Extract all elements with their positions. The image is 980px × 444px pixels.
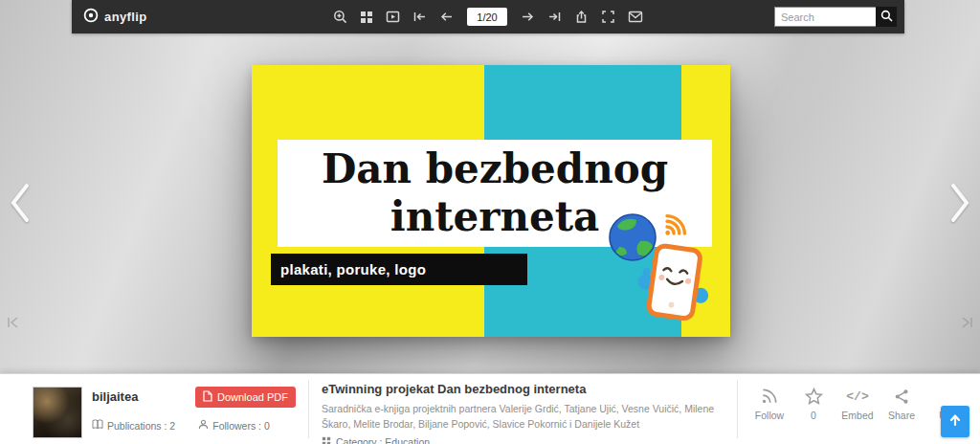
book-title-line2: interneta: [390, 193, 600, 241]
person-icon: [198, 419, 209, 432]
email-icon: [628, 11, 643, 23]
rss-icon: [760, 385, 779, 408]
email-button[interactable]: [625, 8, 646, 26]
zoom-in-button[interactable]: [330, 7, 350, 27]
cover-subtitle-bar: plakati, poruke, logo: [271, 254, 527, 285]
author-stats: Publications : 2 Followers : 0: [92, 419, 270, 432]
star-icon: [804, 385, 824, 408]
embed-icon: </>: [846, 385, 868, 408]
share-export-icon: [574, 10, 589, 24]
first-page-button[interactable]: [410, 7, 430, 27]
embed-button[interactable]: </> Embed: [837, 385, 878, 421]
search-box: [774, 7, 897, 27]
author-name[interactable]: biljaitea: [92, 389, 138, 404]
action-buttons: Follow 0 </> Embed Share Up: [749, 385, 966, 421]
pdf-file-icon: [203, 390, 212, 404]
divider: [308, 380, 309, 438]
anyflip-logo-icon: [83, 8, 99, 27]
up-arrow-icon: [948, 413, 962, 430]
followers-label: Followers : 0: [212, 420, 270, 432]
followers-stat[interactable]: Followers : 0: [198, 419, 270, 432]
back-to-top-button[interactable]: [941, 406, 969, 437]
like-count: 0: [811, 410, 816, 421]
publication-category: Category : Education: [322, 436, 729, 444]
category-label: Category : Education: [336, 436, 430, 444]
thumbnails-button[interactable]: [357, 8, 376, 27]
divider: [737, 380, 738, 438]
book-icon: [92, 419, 103, 432]
follow-label: Follow: [755, 410, 784, 421]
cover-subtitle: plakati, poruke, logo: [280, 261, 426, 278]
last-page-button[interactable]: [545, 7, 565, 27]
last-page-icon: [547, 10, 562, 24]
next-page-icon: [521, 10, 535, 24]
anyflip-viewer: anyflip: [0, 0, 980, 444]
toolbar: anyflip: [72, 0, 904, 33]
viewer-stage: anyflip: [0, 0, 980, 373]
logo-text: anyflip: [104, 10, 147, 24]
first-page-icon: [412, 10, 427, 24]
previous-page-button[interactable]: [436, 7, 457, 27]
book-cover[interactable]: Dan bezbednog interneta plakati, poruke,…: [252, 65, 730, 337]
next-page-button[interactable]: [518, 7, 538, 27]
share-label: Share: [888, 410, 915, 421]
like-button[interactable]: 0: [793, 385, 834, 421]
publications-stat[interactable]: Publications : 2: [92, 419, 175, 432]
first-page-corner-icon[interactable]: [5, 314, 22, 331]
author-avatar[interactable]: [33, 387, 82, 438]
share-icon: [893, 385, 911, 408]
globe-tablet-illustration: [608, 207, 713, 322]
follow-button[interactable]: Follow: [749, 385, 790, 421]
book-title-line1: Dan bezbednog: [322, 145, 668, 193]
download-pdf-button[interactable]: Download PDF: [195, 387, 296, 408]
publication-info: eTwinning projekat Dan bezbednog interne…: [322, 382, 729, 444]
category-icon: [322, 436, 331, 444]
previous-page-arrow[interactable]: [7, 182, 33, 224]
search-button[interactable]: [876, 7, 897, 27]
autoflip-icon: [386, 10, 400, 24]
globe-icon: [610, 214, 656, 260]
page-indicator-input[interactable]: [467, 8, 507, 26]
previous-page-icon: [439, 10, 454, 24]
anyflip-logo[interactable]: anyflip: [83, 8, 147, 27]
wifi-icon: [657, 212, 688, 243]
next-page-arrow[interactable]: [947, 182, 973, 224]
fullscreen-button[interactable]: [598, 7, 618, 27]
zoom-in-icon: [333, 10, 347, 24]
last-page-corner-icon[interactable]: [958, 314, 975, 331]
share-button[interactable]: Share: [881, 385, 922, 421]
share-export-button[interactable]: [571, 7, 591, 27]
info-bar: biljaitea Download PDF Publications : 2 …: [0, 373, 980, 444]
publication-description: Saradnička e-knjiga projektnih partnera …: [322, 402, 729, 432]
thumbnails-icon: [360, 11, 373, 24]
autoflip-button[interactable]: [383, 7, 403, 27]
publication-title: eTwinning projekat Dan bezbednog interne…: [322, 382, 729, 396]
download-pdf-label: Download PDF: [217, 391, 288, 403]
search-input[interactable]: [774, 7, 876, 27]
embed-label: Embed: [841, 410, 873, 421]
publications-label: Publications : 2: [107, 420, 175, 432]
toolbar-tools: [330, 7, 646, 27]
search-icon: [880, 10, 893, 25]
fullscreen-icon: [601, 10, 615, 24]
